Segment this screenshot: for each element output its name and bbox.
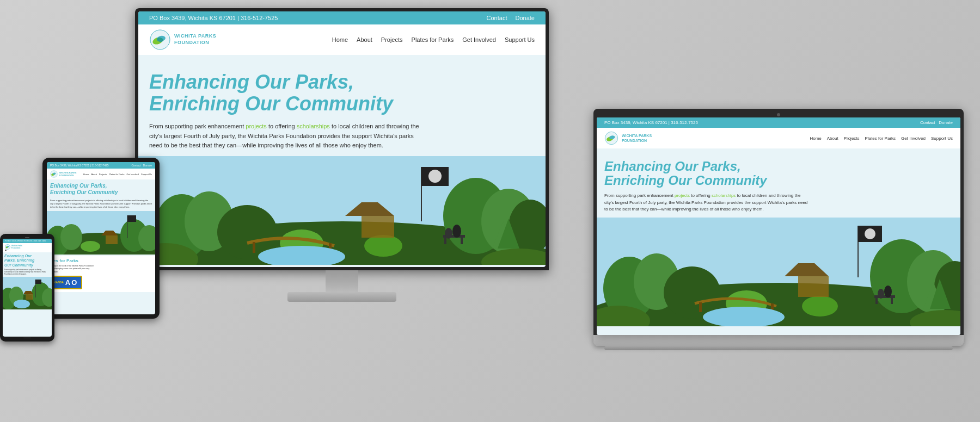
donate-link[interactable]: Donate xyxy=(516,15,535,21)
scholarships-link[interactable]: scholarships xyxy=(297,123,330,129)
svg-point-24 xyxy=(452,225,461,238)
tablet-nav-getinvolved[interactable]: Get Involved xyxy=(127,173,139,176)
nav-plates[interactable]: Plates for Parks xyxy=(412,36,454,43)
tablet-screen: PO Box 3439, Wichita KS 67201 | 316-512-… xyxy=(47,162,155,314)
tablet-nav-links: Home About Projects Plates for Parks Get… xyxy=(83,173,152,176)
laptop-toplinks: Contact Donate xyxy=(920,120,953,125)
svg-rect-23 xyxy=(461,238,463,244)
phone-logo-icon xyxy=(5,244,10,250)
logo-text: Wichita Parks Foundation xyxy=(174,33,216,46)
laptop-nav-about[interactable]: About xyxy=(827,136,838,141)
laptop-scholarships-link[interactable]: scholarships xyxy=(712,193,736,198)
phone: PO Box 3439, Wichita KS 67201 | 316-512-… xyxy=(0,234,54,342)
tablet-topbar: PO Box 3439, Wichita KS 67201 | 316-512-… xyxy=(47,162,155,169)
laptop-park-svg xyxy=(597,218,960,326)
laptop-logo-icon xyxy=(604,131,618,145)
tablet-nav-support[interactable]: Support Us xyxy=(141,173,152,176)
tablet-body: PO Box 3439, Wichita KS 67201 | 316-512-… xyxy=(42,158,160,319)
laptop-headline: Enhancing Our Parks,Enriching Our Commun… xyxy=(604,159,953,188)
svg-point-16 xyxy=(364,235,402,257)
plate-state: KANSA xyxy=(54,281,64,284)
laptop-nav-home[interactable]: Home xyxy=(810,136,821,141)
laptop-nav-getinvolved[interactable]: Get Involved xyxy=(901,136,926,141)
svg-rect-17 xyxy=(362,216,394,238)
tablet-nav: Wichita ParksFoundation Home About Proje… xyxy=(47,169,155,179)
laptop-logo: Wichita ParksFoundation xyxy=(604,131,652,145)
top-bar: PO Box 3439, Wichita KS 67201 | 316-512-… xyxy=(138,11,546,24)
phone-logo-text: Wichita ParksFoundation xyxy=(11,245,22,249)
hero-body: From supporting park enhancement project… xyxy=(149,122,421,151)
nav-home[interactable]: Home xyxy=(332,36,348,43)
svg-point-37 xyxy=(865,228,875,239)
svg-point-67 xyxy=(60,224,82,250)
phone-headline: Enhancing OurParks, EnrichingOur Communi… xyxy=(3,252,52,269)
laptop-nav-support[interactable]: Support Us xyxy=(931,136,953,141)
nav-projects[interactable]: Projects xyxy=(381,36,403,43)
phone-hero: Enhancing OurParks, EnrichingOur Communi… xyxy=(3,252,52,276)
phone-logo: Wichita ParksFoundation xyxy=(5,244,50,250)
tablet-nav-plates[interactable]: Plates for Parks xyxy=(109,173,124,176)
tablet-nav-projects[interactable]: Projects xyxy=(99,173,107,176)
svg-rect-71 xyxy=(106,235,118,244)
contact-link[interactable]: Contact xyxy=(487,15,507,21)
tablet-plates-heading: ates for Parks xyxy=(50,258,152,263)
phone-screen: PO Box 3439, Wichita KS 67201 | 316-512-… xyxy=(3,239,52,337)
nav-bar: Wichita Parks Foundation Home About Proj… xyxy=(138,24,546,55)
svg-rect-51 xyxy=(874,295,895,298)
svg-rect-74 xyxy=(127,215,136,222)
laptop-bezel: PO Box 3439, Wichita KS 67201 | 316-512-… xyxy=(593,109,964,335)
logo-icon xyxy=(149,29,171,51)
svg-point-86 xyxy=(14,300,30,308)
laptop-base xyxy=(593,335,964,346)
desktop-website: PO Box 3439, Wichita KS 67201 | 316-512-… xyxy=(138,11,546,267)
tablet-park-svg xyxy=(47,211,155,255)
svg-point-70 xyxy=(81,241,100,252)
phone-nav-grid: ▦ xyxy=(5,250,50,251)
monitor-bezel: PO Box 3439, Wichita KS 67201 | 316-512-… xyxy=(135,8,549,270)
svg-point-46 xyxy=(802,296,838,316)
laptop-nav-plates[interactable]: Plates for Parks xyxy=(865,136,896,141)
tablet-plates-body: To support the work of the Wichita Parks… xyxy=(50,265,152,274)
nav-about[interactable]: About xyxy=(357,36,372,43)
tablet-nav-home[interactable]: Home xyxy=(83,173,89,176)
monitor-stand xyxy=(135,270,549,302)
tablet-plates-section: ates for Parks To support the work of th… xyxy=(47,256,155,292)
nav-support-us[interactable]: Support Us xyxy=(505,36,535,43)
logo-area: Wichita Parks Foundation xyxy=(149,29,216,51)
laptop-nav: Wichita ParksFoundation Home About Proje… xyxy=(597,128,960,148)
hero-section: Enhancing Our Parks, Enriching Our Commu… xyxy=(138,55,546,151)
laptop-nav-links: Home About Projects Plates for Parks Get… xyxy=(810,136,953,141)
svg-point-25 xyxy=(445,228,452,239)
laptop-screen: PO Box 3439, Wichita KS 67201 | 316-512-… xyxy=(597,117,960,335)
laptop-website: PO Box 3439, Wichita KS 67201 | 316-512-… xyxy=(597,117,960,335)
monitor-base xyxy=(287,292,396,302)
tablet-headline: Enhancing Our Parks,Enriching Our Commun… xyxy=(47,179,155,199)
phone-speaker xyxy=(25,237,29,238)
projects-link[interactable]: projects xyxy=(246,123,267,129)
phone-home-button[interactable] xyxy=(23,338,31,338)
tablet-hero: Enhancing Our Parks,Enriching Our Commun… xyxy=(47,179,155,209)
phone-nav: Wichita ParksFoundation ▦ xyxy=(3,243,52,252)
phone-website: PO Box 3439, Wichita KS 67201 | 316-512-… xyxy=(3,239,52,337)
tablet-logo-area: Wichita ParksFoundation xyxy=(50,170,76,178)
phone-nav-icon1: ▦ xyxy=(5,250,20,251)
laptop-hero: Enhancing Our Parks,Enriching Our Commun… xyxy=(597,148,960,213)
phone-address: PO Box 3439, Wichita KS 67201 | 316-512-… xyxy=(5,240,46,242)
tablet-toplinks: Contact Donate xyxy=(131,164,152,167)
park-illustration xyxy=(138,156,546,265)
svg-rect-87 xyxy=(26,294,33,300)
license-plate: KANSA AO xyxy=(50,276,82,289)
laptop-body: From supporting park enhancement project… xyxy=(604,193,811,213)
laptop-nav-projects[interactable]: Projects xyxy=(844,136,860,141)
nav-links: Home About Projects Plates for Parks Get… xyxy=(332,36,535,43)
monitor-neck xyxy=(326,270,358,292)
svg-point-54 xyxy=(884,286,892,297)
nav-get-involved[interactable]: Get Involved xyxy=(462,36,496,43)
laptop-projects-link[interactable]: projects xyxy=(675,193,690,198)
phone-park-svg xyxy=(3,277,52,309)
laptop-address: PO Box 3439, Wichita KS 67201 | 316-512-… xyxy=(604,120,698,125)
park-svg xyxy=(138,156,546,265)
laptop-logo-text: Wichita ParksFoundation xyxy=(622,133,652,143)
tablet-nav-about[interactable]: About xyxy=(91,173,96,176)
tablet-website: PO Box 3439, Wichita KS 67201 | 316-512-… xyxy=(47,162,155,314)
